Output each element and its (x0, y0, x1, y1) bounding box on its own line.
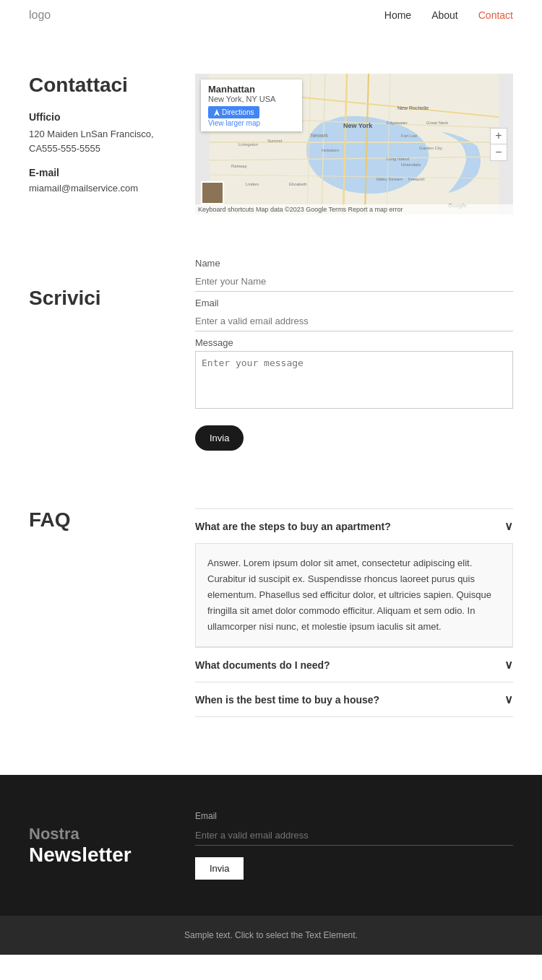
svg-text:Freeport: Freeport (408, 177, 425, 181)
svg-text:Edgewater: Edgewater (387, 121, 408, 125)
map-container: New York Newark Hoboken Long Island Bloo… (195, 74, 513, 214)
svg-text:Long Island: Long Island (387, 157, 409, 161)
svg-text:Fort Lee: Fort Lee (401, 134, 418, 138)
svg-text:Hoboken: Hoboken (322, 148, 339, 152)
faq-item-2: What documents do I need? ∨ (195, 648, 513, 682)
email-label: E-mail (29, 167, 173, 178)
svg-text:New York: New York (343, 122, 373, 129)
form-title: Scrivici (29, 258, 173, 451)
newsletter-submit-button[interactable]: Invia (195, 857, 244, 880)
name-label: Name (195, 258, 513, 269)
message-textarea[interactable] (195, 351, 513, 409)
newsletter-email-input[interactable] (195, 825, 513, 846)
svg-text:Newark: Newark (311, 133, 328, 138)
nav-links: Home About Contact (384, 9, 513, 21)
nav-home[interactable]: Home (384, 9, 411, 21)
logo: logo (29, 9, 51, 22)
message-label: Message (195, 337, 513, 348)
nav-about[interactable]: About (431, 9, 458, 21)
map-place-name: Manhattan (208, 84, 295, 95)
svg-marker-32 (214, 109, 220, 116)
email-field-group: Email (195, 298, 513, 331)
faq-item-3: When is the best time to buy a house? ∨ (195, 682, 513, 717)
newsletter-email-label: Email (195, 811, 513, 821)
faq-area: What are the steps to buy an apartment? … (195, 508, 513, 717)
faq-chevron-2: ∨ (504, 658, 513, 672)
footer-text: Sample text. Click to select the Text El… (14, 930, 528, 940)
faq-section: FAQ What are the steps to buy an apartme… (29, 508, 513, 717)
faq-question-3[interactable]: When is the best time to buy a house? ∨ (195, 682, 513, 716)
map-zoom-in[interactable]: + (491, 129, 507, 144)
svg-text:Livingston: Livingston (238, 142, 258, 147)
form-section: Scrivici Name Email Message Invia (29, 258, 513, 451)
message-field-group: Message (195, 337, 513, 411)
map-thumbnail (201, 181, 224, 204)
newsletter-title-area: Nostra Newsletter (29, 825, 173, 867)
faq-chevron-3: ∨ (504, 693, 513, 706)
contact-section: Contattaci Ufficio 120 Maiden LnSan Fran… (29, 74, 513, 214)
name-input[interactable] (195, 272, 513, 292)
form-area: Name Email Message Invia (195, 258, 513, 451)
contact-email: miamail@mailservice.com (29, 183, 173, 194)
svg-text:New Rochelle: New Rochelle (397, 105, 429, 110)
faq-question-2[interactable]: What documents do I need? ∨ (195, 648, 513, 682)
contact-info: Contattaci Ufficio 120 Maiden LnSan Fran… (29, 74, 173, 214)
svg-text:Valley Stream: Valley Stream (376, 177, 403, 181)
map-zoom-out[interactable]: − (491, 144, 507, 160)
svg-text:Garden City: Garden City (419, 146, 442, 150)
newsletter-form-area: Email Invia (195, 811, 513, 880)
email-field-label: Email (195, 298, 513, 308)
faq-chevron-1: ∨ (504, 519, 513, 533)
form-submit-button[interactable]: Invia (195, 425, 244, 451)
contact-title: Contattaci (29, 74, 173, 97)
svg-text:Great Neck: Great Neck (426, 121, 449, 125)
svg-text:Linden: Linden (246, 182, 259, 186)
faq-title: FAQ (29, 508, 173, 717)
contact-address: 120 Maiden LnSan Francisco, CA555-555-55… (29, 127, 173, 155)
nav-contact[interactable]: Contact (478, 9, 513, 21)
svg-text:Uniondale: Uniondale (401, 162, 421, 167)
newsletter-section: Nostra Newsletter Email Invia (0, 775, 542, 916)
email-input[interactable] (195, 311, 513, 331)
newsletter-pre-title: Nostra (29, 825, 173, 844)
svg-text:Summit: Summit (267, 139, 283, 143)
faq-question-1[interactable]: What are the steps to buy an apartment? … (195, 509, 513, 543)
footer: Sample text. Click to select the Text El… (0, 916, 542, 955)
office-label: Ufficio (29, 111, 173, 123)
map-footer: Keyboard shortcuts Map data ©2023 Google… (195, 204, 513, 214)
navbar: logo Home About Contact (0, 0, 542, 30)
newsletter-title: Newsletter (29, 844, 173, 867)
faq-answer-1: Answer. Lorem ipsum dolor sit amet, cons… (195, 543, 513, 647)
map-directions-button[interactable]: Directions (208, 106, 259, 118)
map-view-larger-link[interactable]: View larger map (208, 119, 260, 127)
faq-item-1: What are the steps to buy an apartment? … (195, 508, 513, 648)
svg-text:Rahway: Rahway (231, 164, 247, 168)
map-zoom-controls: + − (490, 128, 507, 161)
map-info-box: Manhattan New York, NY USA Directions Vi… (201, 79, 302, 131)
name-field-group: Name (195, 258, 513, 292)
map-place-sub: New York, NY USA (208, 95, 295, 103)
svg-text:Elizabeth: Elizabeth (289, 182, 307, 186)
